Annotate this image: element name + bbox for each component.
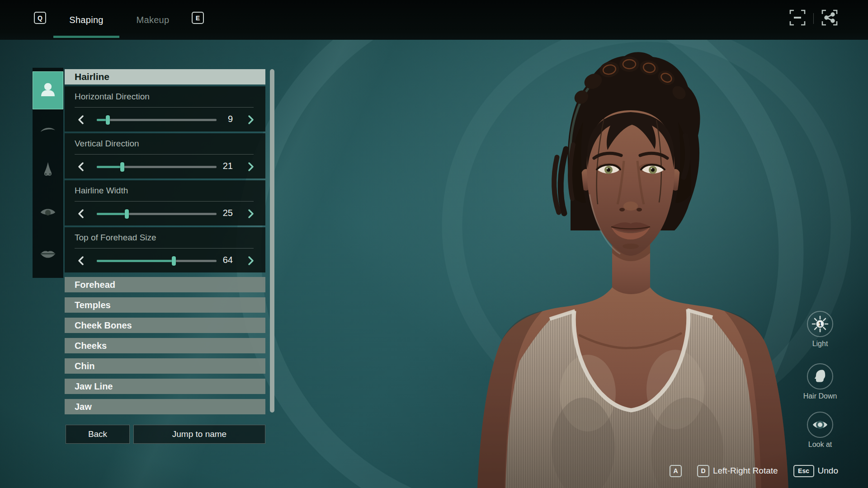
slider-handle[interactable] [120, 162, 124, 172]
slider-value: 25 [213, 208, 233, 218]
increase-button[interactable] [248, 115, 255, 124]
active-section-header[interactable]: Hairline [65, 69, 265, 84]
rotate-key-a-hint: A [670, 465, 682, 477]
divider [75, 248, 254, 249]
slider-handle[interactable] [106, 115, 110, 125]
increase-button[interactable] [248, 162, 255, 171]
increase-button[interactable] [248, 209, 255, 218]
rotate-hint-label: Left-Right Rotate [713, 466, 778, 476]
top-bar: Q Shaping Makeup E [0, 0, 868, 40]
topbar-divider [813, 13, 814, 24]
hotkey-bar: A D Left-Right Rotate Esc Undo [670, 464, 838, 478]
slider-value: 9 [213, 114, 233, 124]
hair-down-label: Hair Down [792, 392, 848, 400]
rotate-key-d-hint: D [697, 465, 709, 477]
light-button[interactable]: 1 [807, 311, 833, 337]
section-temples[interactable]: Temples [65, 297, 265, 313]
character-creator-screen: Q Shaping Makeup E [0, 0, 868, 488]
look-at-control: Look at [792, 412, 848, 449]
eyebrow-icon [39, 121, 57, 141]
slider-label: Top of Forehead Size [75, 233, 156, 243]
light-icon: 1 [811, 315, 829, 333]
increase-button[interactable] [248, 256, 255, 265]
slider-fill [97, 260, 174, 262]
eye-icon [39, 203, 57, 223]
slider-label: Horizontal Direction [75, 92, 150, 102]
slider-track[interactable] [97, 260, 217, 262]
feature-sidebar [33, 68, 63, 278]
slider-handle[interactable] [172, 256, 176, 266]
slider-group-vertical-direction: Vertical Direction 21 [65, 133, 265, 178]
tab-makeup[interactable]: Makeup [128, 0, 177, 40]
section-cheek-bones[interactable]: Cheek Bones [65, 318, 265, 333]
head-profile-icon [812, 368, 828, 385]
hair-down-button[interactable] [807, 363, 833, 389]
nose-icon [39, 160, 57, 180]
panel-scrollbar[interactable] [270, 69, 274, 413]
slider-fill [97, 166, 122, 168]
section-chin[interactable]: Chin [65, 358, 265, 374]
sidebar-item-eyebrows[interactable] [33, 117, 63, 145]
decrease-button[interactable] [77, 209, 84, 218]
lips-icon [39, 244, 57, 264]
slider-handle[interactable] [125, 209, 129, 219]
next-tab-key-hint: E [192, 12, 204, 24]
prev-tab-key-hint: Q [34, 12, 46, 24]
light-badge: 1 [818, 321, 821, 328]
divider [75, 201, 254, 202]
jump-to-name-button[interactable]: Jump to name [133, 425, 265, 444]
section-jaw-line[interactable]: Jaw Line [65, 379, 265, 394]
light-control: 1 Light [792, 311, 848, 348]
share-icon[interactable] [821, 9, 838, 28]
tab-shaping[interactable]: Shaping [53, 0, 119, 40]
decrease-button[interactable] [77, 115, 84, 124]
hair-down-control: Hair Down [792, 363, 848, 400]
look-at-label: Look at [792, 441, 848, 449]
undo-key-esc-hint: Esc [793, 465, 814, 477]
section-cheeks[interactable]: Cheeks [65, 338, 265, 353]
slider-value: 21 [213, 161, 233, 171]
light-label: Light [792, 340, 848, 348]
slider-group-top-of-forehead-size: Top of Forehead Size 64 [65, 227, 265, 272]
sidebar-item-eyes[interactable] [33, 199, 63, 228]
tab-shaping-label: Shaping [69, 15, 104, 25]
head-icon [39, 80, 57, 100]
section-forehead[interactable]: Forehead [65, 277, 265, 292]
divider [75, 154, 254, 155]
slider-track[interactable] [97, 166, 217, 168]
sidebar-item-lips[interactable] [33, 240, 63, 269]
section-jaw[interactable]: Jaw [65, 399, 265, 414]
slider-fill [97, 213, 127, 215]
sidebar-item-nose[interactable] [33, 156, 63, 185]
sidebar-item-head[interactable] [33, 71, 63, 109]
look-at-button[interactable] [807, 412, 833, 438]
slider-group-hairline-width: Hairline Width 25 [65, 180, 265, 225]
decrease-button[interactable] [77, 162, 84, 171]
slider-value: 64 [213, 255, 233, 265]
decrease-button[interactable] [77, 256, 84, 265]
slider-track[interactable] [97, 213, 217, 215]
slider-label: Vertical Direction [75, 139, 139, 149]
back-button[interactable]: Back [66, 425, 130, 444]
eye-icon [811, 416, 829, 434]
tab-makeup-label: Makeup [137, 15, 170, 25]
slider-group-horizontal-direction: Horizontal Direction 9 [65, 86, 265, 131]
divider [75, 107, 254, 108]
undo-hint-label: Undo [818, 466, 838, 476]
slider-label: Hairline Width [75, 186, 128, 196]
slider-track[interactable] [97, 119, 217, 121]
photo-mode-icon[interactable] [789, 9, 806, 28]
